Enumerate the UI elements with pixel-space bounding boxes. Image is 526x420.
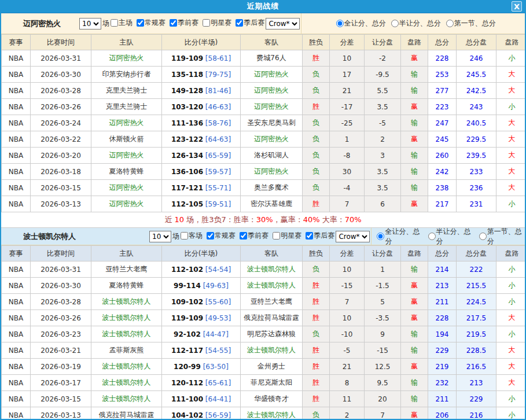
checkbox-input[interactable] xyxy=(181,232,188,240)
checkbox-input[interactable] xyxy=(111,19,118,27)
close-icon[interactable]: X xyxy=(512,1,522,12)
filter-bar: 迈阿密热火 10 场 主场 常规赛 季前赛 明星赛 季后赛 Crow* 全让分、… xyxy=(1,13,525,34)
league-cell: NBA xyxy=(2,180,31,196)
result-cell: 胜 xyxy=(303,375,330,391)
filter-checkbox[interactable]: 季前赛 xyxy=(168,18,198,28)
total-points-cell: 253 xyxy=(428,67,457,83)
checkbox-input[interactable] xyxy=(273,232,280,240)
result-cell: 胜 xyxy=(303,99,330,115)
table-row: NBA 2026-03-23 波士顿凯尔特人 92-102 [44-47] 明尼… xyxy=(2,326,526,342)
date-cell: 2026-03-21 xyxy=(31,342,91,359)
checkbox-input[interactable] xyxy=(240,232,247,240)
column-header: 让分盘 xyxy=(365,246,401,261)
point-diff-cell: 11 xyxy=(330,391,365,407)
result-cell: 胜 xyxy=(303,196,330,212)
table-row: NBA 2026-03-15 波士顿凯尔特人 111-100 [64-41] 华… xyxy=(2,391,526,407)
column-header: 客队 xyxy=(241,35,303,50)
result-cell: 负 xyxy=(303,180,330,196)
total-line-cell: 231 xyxy=(457,196,496,212)
result-cell: 负 xyxy=(303,261,330,278)
filter-radio[interactable]: 全让分、总分 xyxy=(371,227,422,246)
total-line-cell: 233 xyxy=(457,164,496,180)
over-under-cell: 大 xyxy=(496,164,526,180)
handicap-line-cell: -9.5 xyxy=(365,67,401,83)
filter-checkbox[interactable]: 客场 xyxy=(179,231,203,241)
radio-input[interactable] xyxy=(336,20,344,27)
radio-input[interactable] xyxy=(446,20,454,27)
score-cell: 120-99 [63-50] xyxy=(162,359,241,375)
games-count-select[interactable]: 10 xyxy=(79,18,101,30)
team-section-celtics: 波士顿凯尔特人 10 场 客场 常规赛 季前赛 明星赛 季后赛 Crow* 全让… xyxy=(1,228,525,420)
home-team-cell: 克里夫兰骑士 xyxy=(91,99,162,115)
filter-checkbox[interactable]: 明星赛 xyxy=(271,231,301,241)
score-mode-radio-group: 全让分、总分 半让分、总分 第一节、总分 xyxy=(301,13,525,34)
checkbox-input[interactable] xyxy=(170,19,177,27)
total-points-cell: 194 xyxy=(428,326,457,342)
table-row: NBA 2026-03-24 迈阿密热火 111-136 [58-76] 圣安东… xyxy=(2,115,526,131)
handicap-result-cell: 输 xyxy=(401,326,428,342)
home-team-cell: 迈阿密热火 xyxy=(91,180,162,196)
total-points-cell: 213 xyxy=(428,278,457,294)
filter-radio[interactable]: 全让分、总分 xyxy=(331,19,386,28)
score-cell: 123-122 [64-63] xyxy=(162,131,241,148)
point-diff-cell: 1 xyxy=(330,131,365,148)
total-line-cell: 228.5 xyxy=(457,342,496,359)
point-diff-cell: 7 xyxy=(330,294,365,310)
score-cell: 103-120 [46-63] xyxy=(162,99,241,115)
filter-radio[interactable]: 第一节、总分 xyxy=(474,227,525,246)
filter-checkbox[interactable]: 季后赛 xyxy=(234,18,264,28)
result-cell: 负 xyxy=(303,164,330,180)
point-diff-cell: 17 xyxy=(330,67,365,83)
handicap-line-cell: 6 xyxy=(365,196,401,212)
point-diff-cell: 7 xyxy=(330,196,365,212)
summary-row: 近 10 场，胜3负7：胜率：30%，赢率：40% 大率：70% xyxy=(1,212,525,228)
filter-checkbox[interactable]: 常规赛 xyxy=(205,231,236,241)
filter-radio[interactable]: 半让分、总分 xyxy=(386,19,441,28)
league-cell: NBA xyxy=(2,294,31,310)
away-team-cell: 费城76人 xyxy=(241,50,303,67)
over-under-cell: 小 xyxy=(496,261,526,278)
handicap-line-cell: 7 xyxy=(365,407,401,420)
away-team-cell: 波士顿凯尔特人 xyxy=(241,261,303,278)
total-points-cell: 228 xyxy=(428,310,457,326)
radio-input[interactable] xyxy=(391,20,399,27)
handicap-result-cell: 输 xyxy=(401,67,428,83)
radio-input[interactable] xyxy=(428,233,436,240)
radio-input[interactable] xyxy=(479,233,487,240)
total-points-cell: 277 xyxy=(428,83,457,99)
checkbox-input[interactable] xyxy=(207,232,214,240)
games-suffix-label: 场 xyxy=(102,19,109,28)
result-cell: 胜 xyxy=(303,50,330,67)
total-line-cell: 222 xyxy=(457,261,496,278)
filter-checkbox[interactable]: 主场 xyxy=(109,18,133,28)
filter-checkbox[interactable]: 常规赛 xyxy=(135,18,165,28)
league-cell: NBA xyxy=(2,50,31,67)
column-header: 主队 xyxy=(91,246,162,261)
checkbox-input[interactable] xyxy=(137,19,144,27)
over-under-cell: 小 xyxy=(496,278,526,294)
score-cell: 112-105 [59-51] xyxy=(162,196,241,212)
checkbox-input[interactable] xyxy=(236,19,243,27)
filter-radio[interactable]: 半让分、总分 xyxy=(423,227,474,246)
recent-results-popup: 近期战绩 X 迈阿密热火 10 场 主场 常规赛 季前赛 明星赛 季后赛 Cro… xyxy=(0,0,526,420)
point-diff-cell: 10 xyxy=(330,50,365,67)
total-points-cell: 242 xyxy=(428,164,457,180)
filter-checkbox[interactable]: 季后赛 xyxy=(304,231,334,241)
checkbox-input[interactable] xyxy=(203,19,210,27)
checkbox-input[interactable] xyxy=(306,232,313,240)
league-cell: NBA xyxy=(2,115,31,131)
column-header: 总分 xyxy=(428,35,457,50)
over-under-cell: 小 xyxy=(496,326,526,342)
odds-source-select[interactable]: Crow* xyxy=(266,18,300,30)
filter-checkbox[interactable]: 明星赛 xyxy=(201,18,231,28)
odds-source-select[interactable]: Crow* xyxy=(336,231,370,242)
radio-input[interactable] xyxy=(377,233,384,240)
away-team-cell: 迈阿密热火 xyxy=(241,67,303,83)
score-cell: 112-117 [54-55] xyxy=(162,342,241,359)
handicap-result-cell: 赢 xyxy=(401,99,428,115)
column-header: 比分(半场) xyxy=(162,246,241,261)
filter-radio[interactable]: 第一节、总分 xyxy=(441,19,496,28)
filter-checkbox[interactable]: 季前赛 xyxy=(238,231,268,241)
away-team-cell: 迈阿密热火 xyxy=(241,83,303,99)
games-count-select[interactable]: 10 xyxy=(149,231,171,242)
